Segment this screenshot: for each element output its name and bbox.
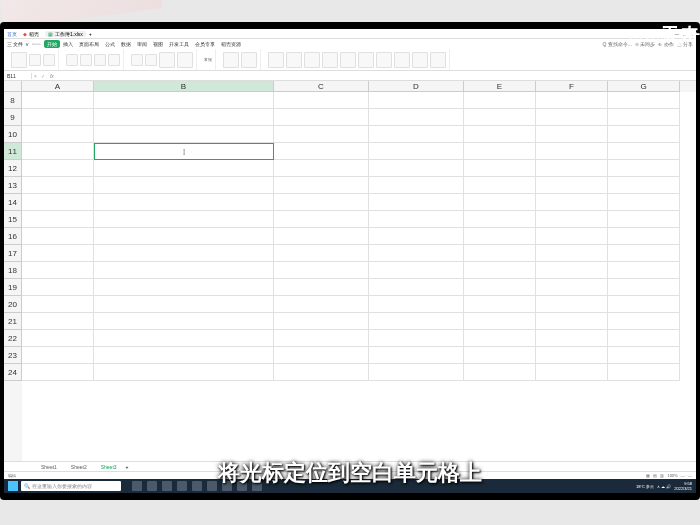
cell-A19[interactable]: [22, 279, 94, 296]
font-color-button[interactable]: [108, 54, 120, 66]
menu-审阅[interactable]: 审阅: [134, 40, 150, 48]
view-normal-icon[interactable]: ▦: [646, 473, 650, 478]
cell-G24[interactable]: [608, 364, 680, 381]
cell-E24[interactable]: [464, 364, 536, 381]
fx-label[interactable]: fx: [47, 73, 57, 79]
row-header-13[interactable]: 13: [4, 177, 22, 194]
menu-插入[interactable]: 插入: [60, 40, 76, 48]
cell-E10[interactable]: [464, 126, 536, 143]
cell-C11[interactable]: [274, 143, 369, 160]
menu-公式[interactable]: 公式: [102, 40, 118, 48]
cell-A24[interactable]: [22, 364, 94, 381]
cell-E23[interactable]: [464, 347, 536, 364]
task-app-2[interactable]: [147, 481, 157, 491]
quick-access[interactable]: ▫▫▫▫▫: [32, 41, 41, 47]
cell-F10[interactable]: [536, 126, 608, 143]
underline-button[interactable]: [94, 54, 106, 66]
fill-button[interactable]: [322, 52, 338, 68]
cell-C12[interactable]: [274, 160, 369, 177]
sheet-tab-Sheet2[interactable]: Sheet2: [64, 462, 94, 472]
cell-B23[interactable]: [94, 347, 274, 364]
cell-G18[interactable]: [608, 262, 680, 279]
cell-D24[interactable]: [369, 364, 464, 381]
row-header-8[interactable]: 8: [4, 92, 22, 109]
cell-A9[interactable]: [22, 109, 94, 126]
bold-button[interactable]: [66, 54, 78, 66]
cell-A15[interactable]: [22, 211, 94, 228]
spreadsheet-grid[interactable]: ABCDEFG 89101112131415161718192021222324: [4, 81, 696, 461]
cell-F15[interactable]: [536, 211, 608, 228]
cell-A22[interactable]: [22, 330, 94, 347]
row-header-15[interactable]: 15: [4, 211, 22, 228]
cell-E14[interactable]: [464, 194, 536, 211]
cell-D21[interactable]: [369, 313, 464, 330]
cell-G15[interactable]: [608, 211, 680, 228]
cell-G22[interactable]: [608, 330, 680, 347]
cell-E17[interactable]: [464, 245, 536, 262]
cell-C17[interactable]: [274, 245, 369, 262]
cell-G23[interactable]: [608, 347, 680, 364]
cells-area[interactable]: [22, 92, 696, 461]
cell-A21[interactable]: [22, 313, 94, 330]
cell-G20[interactable]: [608, 296, 680, 313]
cut-button[interactable]: [29, 54, 41, 66]
row-header-20[interactable]: 20: [4, 296, 22, 313]
cell-D8[interactable]: [369, 92, 464, 109]
col-header-D[interactable]: D: [369, 81, 464, 92]
file-menu[interactable]: 三 文件 ∨: [7, 41, 29, 47]
col-header-G[interactable]: G: [608, 81, 680, 92]
cell-G13[interactable]: [608, 177, 680, 194]
align-center-button[interactable]: [145, 54, 157, 66]
cell-D23[interactable]: [369, 347, 464, 364]
row-header-23[interactable]: 23: [4, 347, 22, 364]
menu-视图[interactable]: 视图: [150, 40, 166, 48]
cell-B21[interactable]: [94, 313, 274, 330]
cell-F23[interactable]: [536, 347, 608, 364]
cell-B20[interactable]: [94, 296, 274, 313]
cell-C10[interactable]: [274, 126, 369, 143]
cell-E13[interactable]: [464, 177, 536, 194]
cell-C19[interactable]: [274, 279, 369, 296]
cell-F14[interactable]: [536, 194, 608, 211]
cell-F9[interactable]: [536, 109, 608, 126]
cell-E22[interactable]: [464, 330, 536, 347]
cell-C13[interactable]: [274, 177, 369, 194]
task-app-6[interactable]: [207, 481, 217, 491]
row-header-14[interactable]: 14: [4, 194, 22, 211]
tray-date[interactable]: 2022/3/21: [674, 486, 692, 491]
cell-G17[interactable]: [608, 245, 680, 262]
number-format[interactable]: 常规: [204, 57, 212, 62]
start-button[interactable]: [8, 481, 18, 491]
row-header-12[interactable]: 12: [4, 160, 22, 177]
row-header-22[interactable]: 22: [4, 330, 22, 347]
wrap-text-button[interactable]: [177, 52, 193, 68]
cell-D20[interactable]: [369, 296, 464, 313]
cell-E20[interactable]: [464, 296, 536, 313]
row-header-10[interactable]: 10: [4, 126, 22, 143]
cell-A10[interactable]: [22, 126, 94, 143]
cell-G19[interactable]: [608, 279, 680, 296]
cell-B13[interactable]: [94, 177, 274, 194]
menu-稻壳资源[interactable]: 稻壳资源: [218, 40, 244, 48]
cell-B9[interactable]: [94, 109, 274, 126]
sum-button[interactable]: [268, 52, 284, 68]
cell-F13[interactable]: [536, 177, 608, 194]
paste-button[interactable]: [11, 52, 27, 68]
cell-D22[interactable]: [369, 330, 464, 347]
col-header-E[interactable]: E: [464, 81, 536, 92]
italic-button[interactable]: [80, 54, 92, 66]
cell-B22[interactable]: [94, 330, 274, 347]
row-header-11[interactable]: 11: [4, 143, 22, 160]
cell-G10[interactable]: [608, 126, 680, 143]
cell-A16[interactable]: [22, 228, 94, 245]
cell-G11[interactable]: [608, 143, 680, 160]
select-all-corner[interactable]: [4, 81, 22, 92]
cell-D14[interactable]: [369, 194, 464, 211]
cell-B12[interactable]: [94, 160, 274, 177]
cell-C23[interactable]: [274, 347, 369, 364]
cell-G14[interactable]: [608, 194, 680, 211]
cell-F17[interactable]: [536, 245, 608, 262]
cell-B14[interactable]: [94, 194, 274, 211]
task-app-4[interactable]: [177, 481, 187, 491]
cell-F20[interactable]: [536, 296, 608, 313]
